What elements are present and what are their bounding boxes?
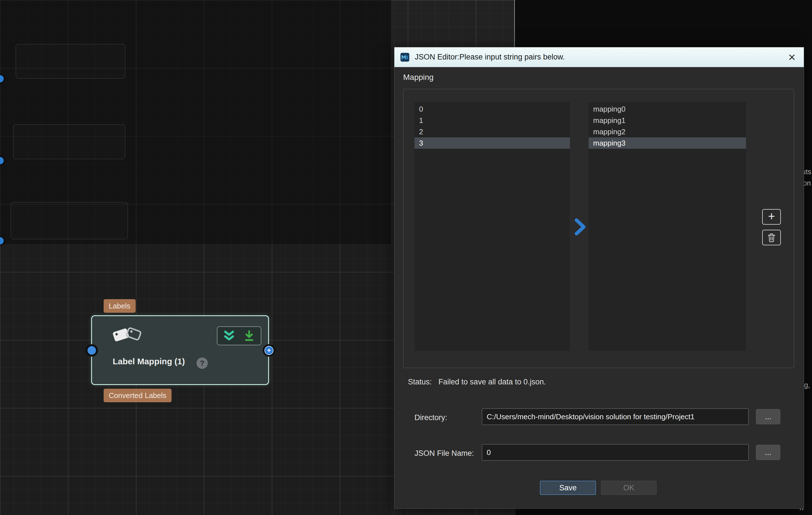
directory-input[interactable] [482,408,749,425]
background-node-outline [10,202,128,239]
list-item[interactable]: mapping2 [589,126,746,137]
download-arrow-button[interactable] [240,328,258,344]
input-port-label: Labels [104,299,136,313]
list-item[interactable]: 2 [414,126,570,137]
mapping-values-list[interactable]: mapping0mapping1mapping2mapping3 [589,102,746,351]
dialog-titlebar[interactable]: JSON Editor:Please input string pairs be… [395,47,804,67]
json-editor-dialog: JSON Editor:Please input string pairs be… [394,47,804,509]
json-file-browse-button[interactable]: ... [756,445,780,460]
clipped-text: on [803,179,811,187]
node-header-buttons [217,326,261,345]
trash-icon [767,233,776,243]
list-item[interactable]: 3 [414,137,570,149]
input-connector[interactable] [87,346,96,355]
background-node-outline [16,44,125,79]
list-item[interactable]: 0 [414,103,570,115]
directory-label: Directory: [414,413,447,422]
tags-icon [112,323,141,348]
list-item[interactable]: mapping0 [589,103,746,115]
ok-button[interactable]: OK [601,481,657,495]
background-node-outline [13,124,125,159]
save-button[interactable]: Save [540,481,596,495]
mapping-section-label: Mapping [403,73,433,82]
window-edge-line [514,0,515,47]
screen: uts on ng, n Labels [0,0,812,515]
delete-mapping-button[interactable] [762,230,781,245]
collapse-chevrons-button[interactable] [220,328,238,344]
close-icon[interactable]: × [784,47,800,67]
mapping-keys-list[interactable]: 0123 [414,102,570,351]
list-item[interactable]: 1 [414,115,570,126]
double-chevron-down-icon [222,329,236,343]
output-connector-plus[interactable]: + [264,346,273,355]
transfer-chevron-icon[interactable] [574,218,587,236]
dialog-title: JSON Editor:Please input string pairs be… [415,53,565,61]
status-label: Status: [408,378,432,386]
download-arrow-icon [243,329,256,343]
node-title: Label Mapping (1) [113,357,185,366]
label-mapping-node[interactable]: Label Mapping (1) ? [91,315,269,385]
add-mapping-button[interactable]: + [762,209,781,225]
help-badge[interactable]: ? [197,357,208,369]
json-file-name-input[interactable] [482,444,749,461]
app-logo-icon [400,52,410,62]
output-port-label: Converted Labels [104,389,172,402]
directory-browse-button[interactable]: ... [756,409,780,424]
json-file-name-label: JSON File Name: [414,449,474,458]
list-item[interactable]: mapping1 [589,115,746,126]
status-row: Status: Failed to save all data to 0.jso… [408,378,546,386]
list-item[interactable]: mapping3 [589,137,746,149]
status-message: Failed to save all data to 0.json. [439,378,546,386]
